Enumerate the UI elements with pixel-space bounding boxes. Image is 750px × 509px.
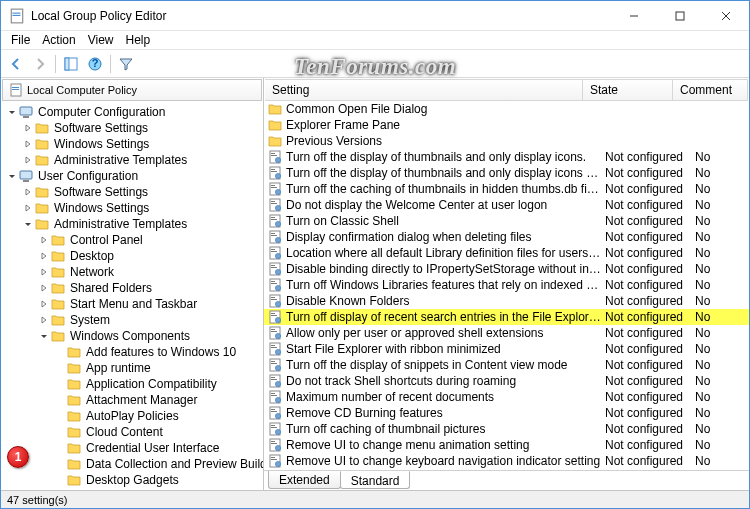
maximize-button[interactable] <box>657 1 703 30</box>
settings-policy-row[interactable]: Disable Known FoldersNot configuredNo <box>264 293 749 309</box>
setting-state: Not configured <box>601 454 691 468</box>
tree-node[interactable]: Software Settings <box>1 184 263 200</box>
settings-folder-row[interactable]: Common Open File Dialog <box>264 101 749 117</box>
tree-node[interactable]: Application Compatibility <box>1 376 263 392</box>
menu-file[interactable]: File <box>5 32 36 48</box>
settings-policy-row[interactable]: Do not track Shell shortcuts during roam… <box>264 373 749 389</box>
tab-standard[interactable]: Standard <box>340 471 411 489</box>
tree-node[interactable]: Computer Configuration <box>1 104 263 120</box>
settings-policy-row[interactable]: Location where all default Library defin… <box>264 245 749 261</box>
settings-policy-row[interactable]: Allow only per user or approved shell ex… <box>264 325 749 341</box>
settings-policy-row[interactable]: Turn off the display of thumbnails and o… <box>264 165 749 181</box>
show-hide-tree-button[interactable] <box>60 53 82 75</box>
expand-icon[interactable] <box>37 233 51 247</box>
menu-view[interactable]: View <box>82 32 120 48</box>
settings-policy-row[interactable]: Turn off the display of snippets in Cont… <box>264 357 749 373</box>
expand-icon[interactable] <box>21 185 35 199</box>
collapse-icon[interactable] <box>21 217 35 231</box>
tree-node[interactable]: Administrative Templates <box>1 216 263 232</box>
tree-node[interactable]: Credential User Interface <box>1 440 263 456</box>
help-button[interactable]: ? <box>84 53 106 75</box>
tree-node[interactable]: AutoPlay Policies <box>1 408 263 424</box>
filter-button[interactable] <box>115 53 137 75</box>
tree-node[interactable]: Software Settings <box>1 120 263 136</box>
expand-icon[interactable] <box>21 137 35 151</box>
expand-icon[interactable] <box>21 201 35 215</box>
tree-node[interactable]: System <box>1 312 263 328</box>
setting-comment: No <box>691 358 749 372</box>
settings-policy-row[interactable]: Remove UI to change keyboard navigation … <box>264 453 749 469</box>
folder-icon <box>67 457 81 471</box>
settings-policy-row[interactable]: Start File Explorer with ribbon minimize… <box>264 341 749 357</box>
titlebar[interactable]: Local Group Policy Editor <box>1 1 749 31</box>
svg-point-92 <box>275 413 280 418</box>
tree-node[interactable]: App runtime <box>1 360 263 376</box>
policy-icon <box>268 198 282 212</box>
column-state[interactable]: State <box>583 80 673 100</box>
settings-folder-row[interactable]: Previous Versions <box>264 133 749 149</box>
column-comment[interactable]: Comment <box>673 80 748 100</box>
tree-node-label: AutoPlay Policies <box>84 409 181 423</box>
expand-icon[interactable] <box>37 281 51 295</box>
tree-node[interactable]: Desktop Gadgets <box>1 472 263 488</box>
policy-icon <box>268 166 282 180</box>
twisty-none <box>53 473 67 487</box>
settings-policy-row[interactable]: Turn off caching of thumbnail picturesNo… <box>264 421 749 437</box>
svg-rect-21 <box>20 107 32 115</box>
settings-policy-row[interactable]: Disable binding directly to IPropertySet… <box>264 261 749 277</box>
toolbar-separator <box>55 55 56 73</box>
tree-node[interactable]: Administrative Templates <box>1 152 263 168</box>
settings-policy-row[interactable]: Turn off the caching of thumbnails in hi… <box>264 181 749 197</box>
tree-node[interactable]: Attachment Manager <box>1 392 263 408</box>
back-button[interactable] <box>5 53 27 75</box>
setting-comment: No <box>691 294 749 308</box>
setting-label: Start File Explorer with ribbon minimize… <box>286 342 601 356</box>
tab-extended[interactable]: Extended <box>268 471 341 489</box>
settings-policy-row[interactable]: Remove UI to change menu animation setti… <box>264 437 749 453</box>
tree-node[interactable]: User Configuration <box>1 168 263 184</box>
menu-help[interactable]: Help <box>120 32 157 48</box>
expand-icon[interactable] <box>21 153 35 167</box>
settings-policy-row[interactable]: Turn off display of recent search entrie… <box>264 309 749 325</box>
settings-policy-row[interactable]: Turn on Classic ShellNot configuredNo <box>264 213 749 229</box>
tree-node[interactable]: Desktop <box>1 248 263 264</box>
expand-icon[interactable] <box>37 265 51 279</box>
expand-icon[interactable] <box>37 297 51 311</box>
minimize-button[interactable] <box>611 1 657 30</box>
tree-node[interactable]: Control Panel <box>1 232 263 248</box>
menu-action[interactable]: Action <box>36 32 81 48</box>
tree-node[interactable]: Windows Components <box>1 328 263 344</box>
tree-node[interactable]: Cloud Content <box>1 424 263 440</box>
tree-node[interactable]: Windows Settings <box>1 200 263 216</box>
forward-button[interactable] <box>29 53 51 75</box>
svg-rect-66 <box>271 313 275 314</box>
expand-icon[interactable] <box>21 121 35 135</box>
collapse-icon[interactable] <box>37 329 51 343</box>
tree-node[interactable]: Network <box>1 264 263 280</box>
column-setting[interactable]: Setting <box>265 80 583 100</box>
folder-icon <box>67 409 81 423</box>
settings-policy-row[interactable]: Maximum number of recent documentsNot co… <box>264 389 749 405</box>
expand-icon[interactable] <box>37 249 51 263</box>
settings-folder-row[interactable]: Explorer Frame Pane <box>264 117 749 133</box>
settings-policy-row[interactable]: Do not display the Welcome Center at use… <box>264 197 749 213</box>
collapse-icon[interactable] <box>5 105 19 119</box>
tree-node[interactable]: Shared Folders <box>1 280 263 296</box>
tree-header[interactable]: Local Computer Policy <box>2 79 262 101</box>
tree-node-label: Software Settings <box>52 121 150 135</box>
expand-icon[interactable] <box>37 313 51 327</box>
settings-policy-row[interactable]: Turn off the display of thumbnails and o… <box>264 149 749 165</box>
close-button[interactable] <box>703 1 749 30</box>
settings-policy-row[interactable]: Remove CD Burning featuresNot configured… <box>264 405 749 421</box>
collapse-icon[interactable] <box>5 169 19 183</box>
tree-node[interactable]: Start Menu and Taskbar <box>1 296 263 312</box>
tree-view[interactable]: Computer ConfigurationSoftware SettingsW… <box>1 102 263 490</box>
tree-node[interactable]: Data Collection and Preview Builds <box>1 456 263 472</box>
tree-node[interactable]: Windows Settings <box>1 136 263 152</box>
tree-node[interactable]: Add features to Windows 10 <box>1 344 263 360</box>
settings-policy-row[interactable]: Turn off Windows Libraries features that… <box>264 277 749 293</box>
setting-state: Not configured <box>601 358 691 372</box>
settings-list[interactable]: Common Open File DialogExplorer Frame Pa… <box>264 101 749 470</box>
settings-policy-row[interactable]: Display confirmation dialog when deletin… <box>264 229 749 245</box>
folder-icon <box>35 217 49 231</box>
